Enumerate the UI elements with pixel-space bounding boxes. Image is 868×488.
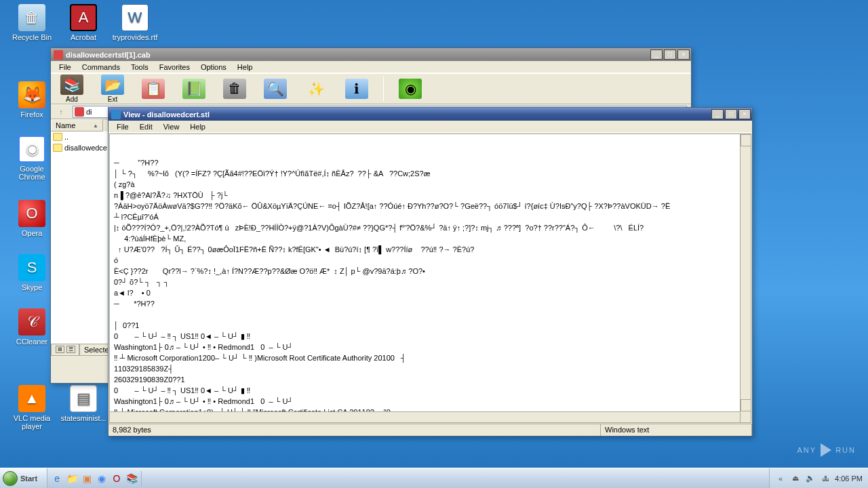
desktop-icon-google-chrome[interactable]: ◉GoogleChrome: [8, 136, 56, 181]
skype-icon: S: [18, 254, 45, 281]
desktop-icon-tryprovides-rtf[interactable]: Wtryprovides.rtf: [111, 4, 159, 41]
taskbar: Start e📁▣◉O📚 «⏏🔈🖧4:06 PM: [0, 468, 868, 488]
minimize-button[interactable]: _: [650, 49, 663, 60]
viewer-window: View - disallowedcert.stl _ □ × FileEdit…: [108, 107, 753, 436]
maximize-button[interactable]: □: [664, 49, 676, 60]
desktop-icon-opera[interactable]: OOpera: [8, 200, 56, 237]
winrar-titlebar[interactable]: disallowedcertstl[1].cab _ □ ×: [51, 48, 691, 61]
desktop-icon-statesminist[interactable]: ▤statesminist...: [60, 385, 107, 422]
toolbar-add-button[interactable]: 📚Add: [55, 75, 89, 103]
winrar-menubar: FileCommandsToolsFavoritesOptionsHelp: [51, 61, 691, 73]
winrar-icon: [54, 50, 63, 60]
virusscan-icon: ◉: [399, 79, 422, 99]
desktop-icon-firefox[interactable]: 🦊Firefox: [8, 81, 56, 119]
menu-edit[interactable]: Edit: [134, 121, 158, 132]
col-name[interactable]: Name ▲: [51, 119, 103, 131]
quicklaunch-winrar[interactable]: 📚: [125, 471, 138, 486]
start-button[interactable]: Start: [0, 468, 47, 489]
maximize-button[interactable]: □: [725, 109, 737, 119]
opera-icon: O: [18, 200, 45, 227]
minimize-button[interactable]: _: [711, 109, 724, 119]
folder-icon: [53, 144, 62, 152]
close-button[interactable]: ×: [738, 109, 751, 119]
toolbar-find-button[interactable]: 🔍: [258, 79, 292, 100]
desktop-icon-vlc[interactable]: ▲VLC mediaplayer: [8, 385, 56, 430]
archive-icon: [75, 107, 84, 117]
quicklaunch-explorer[interactable]: 📁: [65, 471, 79, 486]
menu-help[interactable]: Help: [232, 62, 258, 73]
winrar-toolbar: 📚Add📂Ext📋📗🗑🔍✨ℹ◉: [51, 73, 691, 104]
desktop-icon-skype[interactable]: SSkype: [8, 254, 56, 291]
menu-view[interactable]: View: [158, 121, 185, 132]
viewer-menubar: FileEditViewHelp: [108, 121, 752, 133]
toolbar-test-button[interactable]: 📋: [136, 79, 170, 100]
viewer-content[interactable]: ─ "?H?? │ └ ?┐ %?~lõ (Y(? =ÍFZ? ?Ç[Ãã4#!…: [109, 134, 751, 423]
wizard-icon: ✨: [304, 79, 328, 99]
desktop-icon-recycle-bin[interactable]: 🗑Recycle Bin: [8, 4, 56, 41]
toolbar-delete-button[interactable]: 🗑: [218, 79, 252, 100]
menu-tools[interactable]: Tools: [125, 62, 154, 73]
menu-help[interactable]: Help: [184, 121, 211, 132]
clock[interactable]: 4:06 PM: [835, 474, 863, 483]
menu-favorites[interactable]: Favorites: [154, 62, 195, 73]
start-orb-icon: [3, 471, 18, 486]
viewer-statusbar: 8,982 bytes Windows text: [108, 424, 752, 435]
system-tray: «⏏🔈🖧4:06 PM: [769, 468, 868, 489]
vertical-scrollbar[interactable]: [740, 134, 751, 422]
menu-file[interactable]: File: [111, 121, 134, 132]
tray-volume-icon[interactable]: 🔈: [805, 473, 816, 484]
extract-icon: 📂: [101, 75, 124, 95]
statesminist-icon: ▤: [70, 385, 97, 412]
quicklaunch-media[interactable]: ▣: [80, 471, 94, 486]
up-button[interactable]: ↑: [55, 106, 67, 118]
add-icon: 📚: [60, 75, 83, 95]
vlc-icon: ▲: [18, 385, 45, 412]
tryprovides-rtf-icon: W: [121, 4, 149, 31]
menu-commands[interactable]: Commands: [77, 62, 125, 73]
view-list-button[interactable]: ☰: [66, 346, 75, 353]
quicklaunch-opera[interactable]: O: [110, 471, 123, 486]
acrobat-icon: A: [70, 4, 97, 31]
tray-safely-remove-icon[interactable]: ⏏: [790, 473, 801, 484]
tray-chevrons-icon[interactable]: «: [775, 473, 786, 484]
view-icon: 📗: [182, 79, 205, 99]
quicklaunch-ie[interactable]: e: [50, 471, 64, 486]
close-button[interactable]: ×: [677, 49, 690, 60]
toolbar-extract-button[interactable]: 📂Ext: [96, 75, 130, 103]
google-chrome-icon: ◉: [18, 136, 45, 163]
ccleaner-icon: 𝒞: [18, 308, 45, 336]
toolbar-view-button[interactable]: 📗: [177, 79, 211, 100]
toolbar-info-button[interactable]: ℹ: [340, 79, 374, 100]
delete-icon: 🗑: [223, 79, 246, 99]
find-icon: 🔍: [264, 79, 287, 99]
toolbar-wizard-button[interactable]: ✨: [299, 79, 333, 100]
tray-network-icon[interactable]: 🖧: [820, 473, 831, 484]
horizontal-scrollbar[interactable]: [110, 411, 740, 422]
desktop-icon-acrobat[interactable]: AAcrobat: [60, 4, 107, 41]
viewer-titlebar[interactable]: View - disallowedcert.stl _ □ ×: [108, 108, 752, 121]
view-icons-button[interactable]: ⊞: [56, 346, 64, 353]
quicklaunch: e📁▣◉O📚: [47, 471, 142, 486]
folder-icon: [53, 133, 62, 141]
desktop-icon-ccleaner[interactable]: 𝒞CCleaner: [8, 308, 56, 346]
toolbar-virusscan-button[interactable]: ◉: [393, 79, 427, 100]
menu-file[interactable]: File: [54, 62, 77, 73]
info-icon: ℹ: [345, 79, 368, 99]
menu-options[interactable]: Options: [195, 62, 232, 73]
quicklaunch-chrome[interactable]: ◉: [95, 471, 108, 486]
recycle-bin-icon: 🗑: [18, 4, 45, 31]
test-icon: 📋: [142, 79, 165, 99]
viewer-app-icon: [111, 110, 121, 119]
toolbar-separator: [383, 76, 384, 102]
firefox-icon: 🦊: [18, 81, 45, 108]
watermark: ANYRUN: [797, 443, 856, 457]
